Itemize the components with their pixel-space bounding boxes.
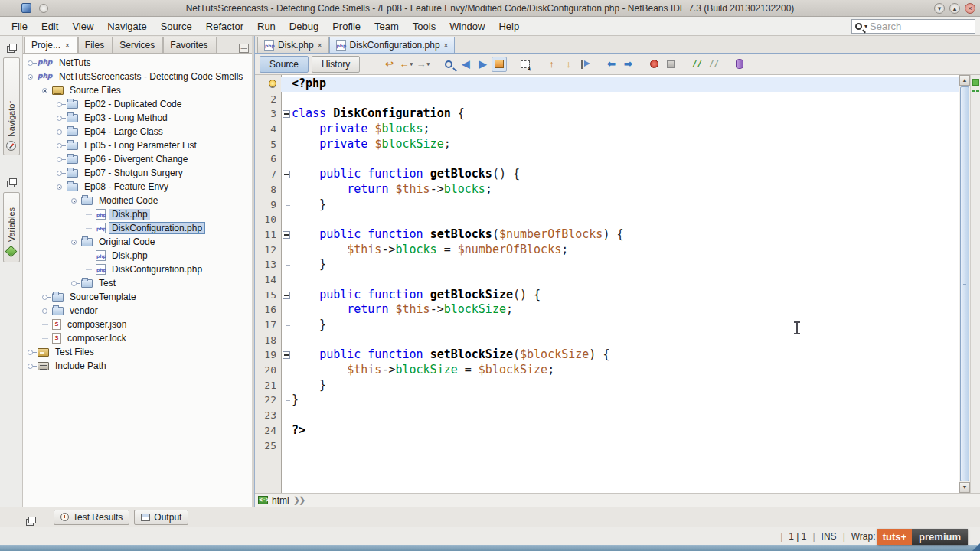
code-line-15[interactable]: 15 public function getBlockSize() { <box>255 288 959 303</box>
code-line-12[interactable]: 12 $this->blocks = $numberOfBlocks; <box>255 243 959 258</box>
find-icon[interactable] <box>441 57 456 72</box>
explorer-tab-services[interactable]: Services <box>113 37 163 53</box>
maximize-window-button[interactable]: ▴ <box>949 3 960 14</box>
code-line-23[interactable]: 23 <box>255 408 959 423</box>
record-macro-icon[interactable] <box>646 57 662 72</box>
expand-toggle-icon[interactable] <box>28 364 33 369</box>
code-line-1[interactable]: <?php <box>255 77 959 92</box>
code-fold-icon[interactable] <box>281 167 292 182</box>
code-line-22[interactable]: 22} <box>255 393 959 408</box>
toggle-bookmark-icon[interactable] <box>577 57 593 72</box>
tree-node-ep07-shotgun-surgery[interactable]: Ep07 - Shotgun Surgery <box>23 166 252 180</box>
tree-node-test[interactable]: Test <box>23 276 252 290</box>
code-line-17[interactable]: 17 } <box>255 318 959 333</box>
forward-icon[interactable]: →▾ <box>415 57 430 72</box>
tree-node-ep04-large-class[interactable]: Ep04 - Large Class <box>23 125 252 139</box>
code-line-3[interactable]: 3class DiskConfiguration { <box>255 106 959 122</box>
rectangular-selection-icon[interactable] <box>518 57 533 72</box>
tree-node-source-files[interactable]: Source Files <box>23 83 252 97</box>
tree-node-disk-php[interactable]: phpDisk.php <box>23 249 252 262</box>
breadcrumb-item-html[interactable]: html <box>272 495 289 506</box>
dropdown-caret-icon[interactable]: ▾ <box>410 61 413 67</box>
menu-refactor[interactable]: Refactor <box>199 18 250 34</box>
find-next-icon[interactable]: ▶ <box>475 57 490 72</box>
collapse-toggle-icon[interactable] <box>71 198 77 204</box>
scroll-down-icon[interactable]: ▼ <box>959 482 970 493</box>
minimize-panel-button[interactable]: — <box>239 44 249 53</box>
collapse-toggle-icon[interactable] <box>71 240 77 245</box>
code-line-11[interactable]: 11 public function setBlocks($numberOfBl… <box>255 227 959 243</box>
expand-toggle-icon[interactable] <box>57 102 62 107</box>
code-fold-icon[interactable] <box>281 227 292 243</box>
code-line-14[interactable]: 14 <box>255 272 959 288</box>
tree-node-ep05-long-parameter-list[interactable]: Ep05 - Long Parameter List <box>23 139 252 152</box>
shade-window-button[interactable]: ▾ <box>934 3 945 14</box>
tree-node-nettuts[interactable]: phpNetTuts <box>23 56 252 70</box>
menu-source[interactable]: Source <box>154 18 199 34</box>
restore-output-icon[interactable] <box>26 517 35 524</box>
last-edit-position-icon[interactable]: ↩ <box>381 57 397 72</box>
menu-team[interactable]: Team <box>368 18 406 34</box>
tree-node-ep02-duplicated-code[interactable]: Ep02 - Duplicated Code <box>23 97 252 111</box>
close-tab-icon[interactable]: × <box>318 41 322 50</box>
collapse-toggle-icon[interactable] <box>42 88 47 93</box>
code-line-18[interactable]: 18 <box>255 333 959 348</box>
dropdown-caret-icon[interactable]: ▾ <box>427 61 430 67</box>
menu-navigate[interactable]: Navigate <box>100 18 153 34</box>
close-window-button[interactable]: × <box>965 3 975 14</box>
error-stripe[interactable] <box>970 75 980 493</box>
code-editor[interactable]: <?php23class DiskConfiguration {4 privat… <box>255 75 959 493</box>
explorer-tab-files[interactable]: Files <box>78 37 113 53</box>
menu-window[interactable]: Window <box>443 18 492 34</box>
find-previous-icon[interactable]: ◀ <box>458 57 473 72</box>
uncomment-icon[interactable]: // <box>706 57 721 72</box>
expand-toggle-icon[interactable] <box>42 295 47 300</box>
collapse-toggle-icon[interactable] <box>57 184 62 190</box>
menu-debug[interactable]: Debug <box>283 18 325 34</box>
hint-bulb-icon[interactable] <box>269 80 276 87</box>
editor-tab-disk-php[interactable]: phpDisk.php× <box>257 37 329 53</box>
restore-group-icon[interactable] <box>7 44 16 51</box>
vertical-scrollbar[interactable]: ▲ ▼ <box>959 75 970 493</box>
tree-node-ep03-long-method[interactable]: Ep03 - Long Method <box>23 111 252 125</box>
variables-dock-button[interactable]: Variables <box>3 192 20 262</box>
restore-group-icon-2[interactable] <box>7 178 16 186</box>
code-line-2[interactable]: 2 <box>255 92 959 107</box>
previous-bookmark-icon[interactable]: ↑ <box>544 57 559 72</box>
code-line-4[interactable]: 4 private $blocks; <box>255 122 959 137</box>
close-tab-icon[interactable]: × <box>444 41 449 50</box>
close-tab-icon[interactable]: × <box>65 41 70 50</box>
menu-tools[interactable]: Tools <box>406 18 443 34</box>
explorer-tab-favorites[interactable]: Favorites <box>163 37 216 53</box>
search-dropdown-icon[interactable]: ▾ <box>864 23 867 30</box>
quick-search-box[interactable]: ▾ <box>851 19 975 34</box>
menu-view[interactable]: View <box>65 18 100 34</box>
editor-tab-diskconfiguration-php[interactable]: phpDiskConfiguration.php× <box>329 37 456 53</box>
tree-node-vendor[interactable]: vendor <box>23 304 252 318</box>
code-line-24[interactable]: 24?> <box>255 423 959 439</box>
code-line-7[interactable]: 7 public function getBlocks() { <box>255 167 959 182</box>
shift-left-icon[interactable]: ⇐ <box>603 57 619 72</box>
expand-toggle-icon[interactable] <box>71 281 77 286</box>
menu-file[interactable]: File <box>5 18 34 34</box>
stop-macro-icon[interactable] <box>663 57 678 72</box>
comment-icon[interactable]: // <box>689 57 704 72</box>
code-line-21[interactable]: 21 } <box>255 378 959 393</box>
output-button[interactable]: Output <box>134 510 188 525</box>
code-line-5[interactable]: 5 private $blockSize; <box>255 137 959 152</box>
expand-toggle-icon[interactable] <box>57 116 62 121</box>
scrollbar-thumb[interactable] <box>960 86 969 481</box>
tree-node-disk-php[interactable]: phpDisk.php <box>23 207 252 221</box>
collapse-toggle-icon[interactable] <box>28 74 33 80</box>
code-line-20[interactable]: 20 $this->blockSize = $blockSize; <box>255 363 959 378</box>
menu-help[interactable]: Help <box>492 18 526 34</box>
resize-grip[interactable] <box>972 543 980 551</box>
expand-toggle-icon[interactable] <box>28 350 33 355</box>
expand-toggle-icon[interactable] <box>57 129 62 135</box>
toggle-highlight-icon[interactable] <box>492 57 507 72</box>
tree-node-original-code[interactable]: Original Code <box>23 235 252 249</box>
code-line-19[interactable]: 19 public function setBlockSize($blockSi… <box>255 347 959 363</box>
code-fold-icon[interactable] <box>281 347 292 363</box>
tree-node-diskconfiguration-php[interactable]: phpDiskConfiguration.php <box>23 221 252 235</box>
next-bookmark-icon[interactable]: ↓ <box>560 57 576 72</box>
